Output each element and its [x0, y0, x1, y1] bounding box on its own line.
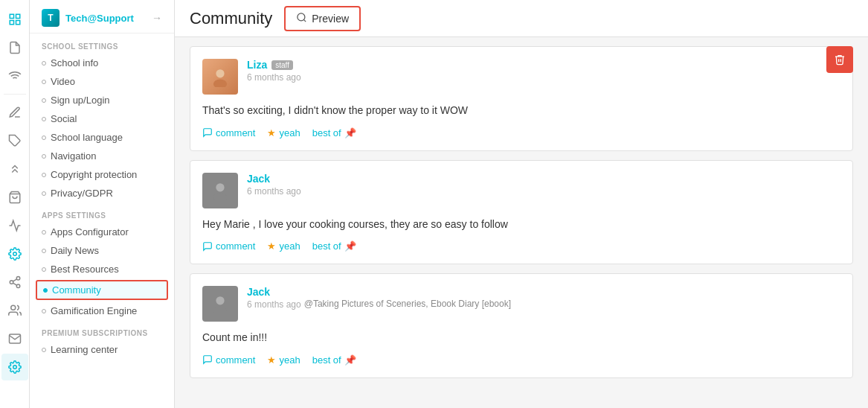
svg-rect-2 — [10, 21, 13, 25]
bullet-icon — [42, 173, 46, 177]
bullet-icon — [42, 117, 46, 121]
author-row-2: Jack — [247, 173, 301, 185]
bullet-icon — [42, 61, 46, 66]
apps-settings-label: APPS SETTINGS — [30, 203, 174, 223]
icon-share[interactable] — [1, 269, 28, 296]
icon-bag[interactable] — [1, 184, 28, 211]
comment-action-2[interactable]: comment — [202, 240, 255, 252]
post-card-3: Jack 6 months ago @Taking Pictures of Sc… — [190, 273, 853, 378]
brand-logo: T — [42, 9, 60, 27]
svg-point-17 — [216, 69, 224, 77]
bullet-icon — [42, 230, 46, 235]
bullet-icon — [42, 267, 46, 272]
sidebar-item-community[interactable]: Community — [36, 280, 168, 300]
sidebar-item-best-resources[interactable]: Best Resources — [30, 260, 174, 278]
sidebar-item-school-info[interactable]: School info — [30, 54, 174, 72]
comment-action-1[interactable]: comment — [202, 127, 255, 138]
sidebar-item-copyright[interactable]: Copyright protection — [30, 165, 174, 184]
pin-icon-3: 📌 — [344, 354, 356, 366]
icon-activity[interactable] — [1, 212, 28, 239]
sidebar-item-signup[interactable]: Sign up/Login — [30, 91, 174, 109]
svg-point-7 — [13, 252, 16, 256]
icon-document[interactable] — [1, 34, 28, 61]
delete-button[interactable] — [826, 46, 853, 73]
content-area: Liza staff 6 months ago That's so exciti… — [175, 37, 868, 408]
sidebar-item-daily-news[interactable]: Daily News — [30, 241, 174, 260]
sidebar-item-label: Privacy/GDPR — [51, 188, 113, 199]
svg-line-16 — [304, 19, 306, 22]
yeah-action-2[interactable]: ★ yeah — [267, 240, 300, 252]
page-title: Community — [190, 9, 272, 28]
bullet-icon — [42, 154, 46, 159]
icon-dashboard[interactable] — [1, 6, 28, 33]
sidebar-item-learning-center[interactable]: Learning center — [30, 340, 174, 359]
svg-rect-3 — [16, 21, 19, 25]
svg-point-8 — [16, 277, 20, 281]
star-icon-2: ★ — [267, 240, 276, 252]
best-of-action-3[interactable]: best of 📌 — [312, 354, 356, 366]
sidebar: T Tech@Support → SCHOOL SETTINGS School … — [30, 0, 175, 408]
post-body-1: That's so exciting, I didn't know the pr… — [202, 103, 840, 118]
yeah-action-1[interactable]: ★ yeah — [267, 127, 300, 138]
comment-action-3[interactable]: comment — [202, 354, 255, 366]
icon-pencil[interactable] — [1, 99, 28, 126]
icon-settings[interactable] — [1, 240, 28, 267]
post-author-1: Liza — [247, 59, 267, 71]
post-meta-2: Jack 6 months ago — [247, 173, 301, 197]
post-actions-1: comment ★ yeah best of 📌 — [202, 127, 840, 138]
sidebar-item-label: Navigation — [51, 150, 96, 162]
sidebar-item-label: School info — [51, 57, 98, 68]
svg-point-14 — [13, 366, 16, 369]
best-of-action-2[interactable]: best of 📌 — [312, 240, 356, 252]
sidebar-item-video[interactable]: Video — [30, 72, 174, 91]
svg-point-18 — [213, 80, 227, 88]
sidebar-item-school-language[interactable]: School language — [30, 128, 174, 147]
preview-button[interactable]: Preview — [284, 6, 361, 31]
post-actions-3: comment ★ yeah best of 📌 — [202, 354, 840, 366]
avatar-liza — [202, 59, 238, 95]
sidebar-item-social[interactable]: Social — [30, 109, 174, 128]
best-of-action-1[interactable]: best of 📌 — [312, 127, 356, 138]
sidebar-item-label: Sign up/Login — [51, 95, 110, 106]
icon-users[interactable] — [1, 297, 28, 324]
post-card-1: Liza staff 6 months ago That's so exciti… — [190, 46, 853, 151]
icon-arrow-up[interactable] — [1, 156, 28, 182]
svg-rect-1 — [16, 14, 19, 18]
topbar: Community Preview — [175, 0, 868, 37]
icon-mail[interactable] — [1, 325, 28, 352]
icon-wifi[interactable] — [1, 63, 28, 89]
sidebar-header: T Tech@Support → — [30, 0, 174, 34]
icon-settings-gear[interactable] — [1, 354, 28, 380]
pin-icon-1: 📌 — [344, 127, 356, 138]
post-header-2: Jack 6 months ago — [202, 173, 840, 208]
svg-point-13 — [10, 305, 15, 310]
avatar-jack-2 — [202, 286, 238, 322]
bullet-icon — [42, 348, 46, 352]
svg-line-11 — [13, 283, 16, 285]
sidebar-item-navigation[interactable]: Navigation — [30, 147, 174, 165]
bullet-icon — [42, 191, 46, 196]
post-body-3: Count me in!!! — [202, 331, 840, 345]
sidebar-item-apps-configurator[interactable]: Apps Configurator — [30, 223, 174, 241]
icon-tag[interactable] — [1, 127, 28, 154]
post-meta-3: Jack 6 months ago @Taking Pictures of Sc… — [247, 286, 511, 310]
sidebar-item-privacy[interactable]: Privacy/GDPR — [30, 184, 174, 203]
post-time-1: 6 months ago — [247, 72, 301, 83]
sidebar-item-label: Community — [52, 284, 101, 296]
svg-rect-0 — [10, 14, 13, 18]
brand-name: Tech@Support — [65, 13, 134, 24]
sidebar-item-label: Copyright protection — [51, 169, 137, 180]
logout-icon[interactable]: → — [152, 12, 162, 24]
star-icon-3: ★ — [267, 354, 276, 366]
preview-label: Preview — [312, 13, 349, 25]
sidebar-item-label: School language — [51, 132, 123, 143]
sidebar-item-gamification[interactable]: Gamification Engine — [30, 302, 174, 320]
sidebar-item-label: Apps Configurator — [51, 226, 129, 238]
author-row-3: Jack — [247, 286, 511, 298]
icon-bar — [0, 0, 30, 408]
svg-point-20 — [213, 193, 227, 201]
staff-badge-1: staff — [271, 60, 293, 70]
bullet-icon — [42, 249, 46, 253]
yeah-action-3[interactable]: ★ yeah — [267, 354, 300, 366]
bullet-icon — [42, 309, 46, 313]
